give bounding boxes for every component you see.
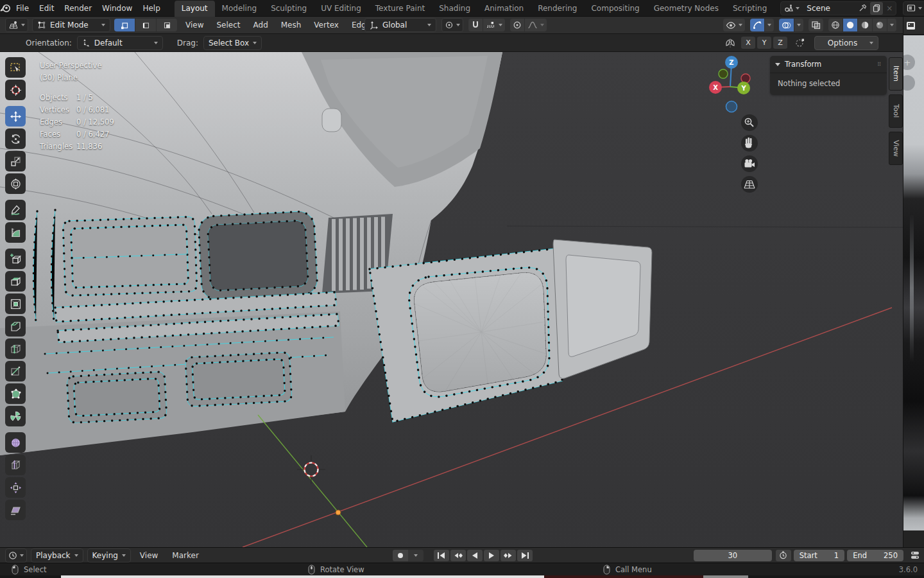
- viewlayer-browse-button[interactable]: [903, 2, 924, 15]
- timeline-editor-type-button[interactable]: [5, 548, 27, 563]
- transform-panel-header[interactable]: Transform ⠿: [770, 56, 887, 73]
- menu-add[interactable]: Add: [249, 21, 273, 30]
- shading-dropdown-button[interactable]: [887, 19, 896, 31]
- material-shading-button[interactable]: [858, 19, 872, 31]
- scene-name[interactable]: Scene: [803, 4, 855, 13]
- rendered-shading-button[interactable]: [873, 19, 887, 31]
- orientation-dropdown[interactable]: Default: [77, 36, 163, 50]
- tab-view[interactable]: View: [889, 132, 903, 165]
- tool-inset-faces[interactable]: [5, 293, 26, 314]
- falloff-button[interactable]: [525, 19, 547, 31]
- menu-window[interactable]: Window: [97, 4, 137, 13]
- tool-cursor[interactable]: [5, 80, 26, 100]
- keying-menu[interactable]: Keying: [87, 548, 131, 563]
- gizmo-axis-y-neg[interactable]: [719, 69, 728, 78]
- tool-edge-slide[interactable]: [5, 455, 26, 475]
- unlink-scene-button[interactable]: ×: [883, 4, 896, 13]
- menu-edit[interactable]: Edit: [34, 4, 59, 13]
- overlays-dropdown-button[interactable]: [794, 19, 803, 31]
- face-select-button[interactable]: [157, 19, 177, 31]
- gizmo-axis-x-neg[interactable]: [741, 74, 750, 83]
- overlays-toggle-button[interactable]: [779, 19, 794, 31]
- gizmos-dropdown-button[interactable]: [765, 19, 774, 31]
- frame-start-field[interactable]: Start1: [794, 550, 844, 561]
- gizmo-axis-y[interactable]: Y: [737, 82, 750, 94]
- jump-end-button[interactable]: [517, 550, 533, 561]
- tool-loop-cut[interactable]: [5, 338, 26, 359]
- mirror-y-button[interactable]: Y: [757, 37, 771, 49]
- panel-grip-icon[interactable]: ⠿: [877, 62, 882, 67]
- new-scene-button[interactable]: [870, 2, 883, 15]
- menu-select[interactable]: Select: [212, 21, 244, 30]
- pan-button[interactable]: [741, 135, 758, 152]
- timeline-menu-view[interactable]: View: [135, 551, 163, 560]
- xray-toggle-button[interactable]: [809, 19, 823, 31]
- snap-toggle-button[interactable]: [468, 19, 483, 31]
- tool-annotate[interactable]: [5, 200, 26, 220]
- tab-animation[interactable]: Animation: [477, 1, 531, 17]
- next-keyframe-button[interactable]: [501, 550, 516, 561]
- tool-smooth[interactable]: [5, 432, 26, 453]
- mirror-button[interactable]: [724, 38, 736, 48]
- auto-keying-dropdown[interactable]: [408, 550, 424, 561]
- current-frame-field[interactable]: 30: [694, 550, 772, 561]
- tab-scripting[interactable]: Scripting: [726, 1, 774, 17]
- tab-tool[interactable]: Tool: [889, 94, 903, 128]
- pan-icon[interactable]: [903, 75, 915, 91]
- gizmo-axis-z[interactable]: Z: [725, 56, 738, 69]
- tab-modeling[interactable]: Modeling: [215, 1, 264, 17]
- kidney-grille[interactable]: [198, 211, 318, 300]
- snap-base-button[interactable]: [795, 38, 805, 48]
- frame-end-field[interactable]: End250: [847, 550, 903, 561]
- drag-dropdown[interactable]: Select Box: [203, 36, 262, 50]
- auto-keying-button[interactable]: [393, 550, 408, 561]
- visibility-button[interactable]: [723, 19, 745, 31]
- tool-spin[interactable]: [5, 406, 26, 426]
- tool-extrude-region[interactable]: [5, 271, 26, 292]
- side-editor-content[interactable]: +: [903, 35, 924, 530]
- mirror-x-button[interactable]: X: [741, 37, 755, 49]
- transform-orientation-dropdown[interactable]: Global: [364, 18, 436, 32]
- editor-type-button[interactable]: [5, 18, 28, 32]
- tool-rotate[interactable]: [5, 128, 26, 149]
- tab-item[interactable]: Item: [889, 57, 903, 91]
- menu-render[interactable]: Render: [59, 4, 97, 13]
- tab-compositing[interactable]: Compositing: [584, 1, 646, 17]
- timeline-menu-marker[interactable]: Marker: [167, 551, 203, 560]
- mode-dropdown[interactable]: Edit Mode: [32, 18, 110, 32]
- jump-start-button[interactable]: [434, 550, 449, 561]
- play-reverse-button[interactable]: [467, 550, 483, 561]
- proportional-edit-button[interactable]: [510, 19, 524, 31]
- gizmo-axis-x[interactable]: X: [709, 81, 722, 94]
- pin-scene-button[interactable]: [855, 2, 870, 15]
- tool-shrink-fatten[interactable]: [5, 477, 26, 498]
- blender-logo-icon[interactable]: [0, 3, 11, 13]
- prev-keyframe-button[interactable]: [450, 550, 466, 561]
- tool-scale[interactable]: [5, 151, 26, 171]
- use-preview-range-button[interactable]: [776, 550, 791, 561]
- tool-poly-build[interactable]: [5, 383, 26, 404]
- zoom-button[interactable]: [741, 114, 758, 131]
- camera-view-button[interactable]: [741, 155, 758, 172]
- gizmo-axis-z-neg[interactable]: [726, 101, 737, 112]
- tool-select-box[interactable]: [5, 57, 26, 78]
- options-dropdown[interactable]: Options: [814, 36, 878, 50]
- menu-view[interactable]: View: [181, 21, 208, 30]
- tab-sculpting[interactable]: Sculpting: [264, 1, 314, 17]
- tab-geometry-nodes[interactable]: Geometry Nodes: [647, 1, 726, 17]
- solid-shading-button[interactable]: [843, 19, 857, 31]
- tab-layout[interactable]: Layout: [175, 1, 215, 17]
- perspective-toggle-button[interactable]: [741, 176, 758, 193]
- tool-move[interactable]: [5, 106, 26, 127]
- wireframe-shading-button[interactable]: [828, 19, 843, 31]
- tab-texture-paint[interactable]: Texture Paint: [368, 1, 432, 17]
- playback-menu[interactable]: Playback: [31, 548, 83, 563]
- menu-help[interactable]: Help: [137, 4, 165, 13]
- tool-measure[interactable]: [5, 222, 26, 243]
- tool-transform[interactable]: [5, 173, 26, 194]
- side-editor-header[interactable]: [903, 17, 924, 35]
- pivot-point-button[interactable]: [441, 18, 463, 32]
- menu-mesh[interactable]: Mesh: [277, 21, 306, 30]
- tool-add-cube[interactable]: [5, 249, 26, 269]
- tool-knife[interactable]: [5, 361, 26, 381]
